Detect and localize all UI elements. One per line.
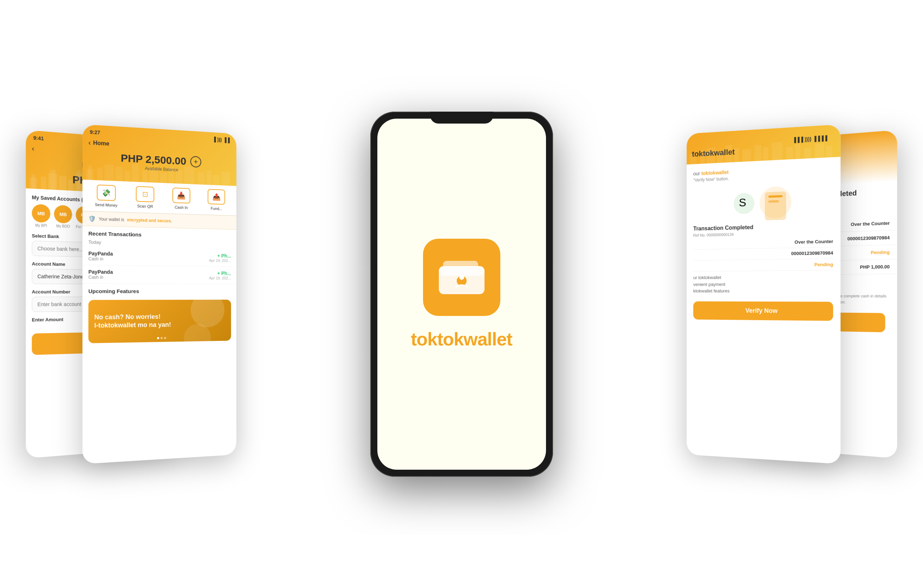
dot-3 [164, 337, 166, 339]
svg-rect-43 [690, 153, 697, 164]
promo-circle1 [191, 300, 225, 327]
svg-rect-4 [50, 170, 56, 190]
svg-rect-54 [795, 144, 800, 159]
splash-logo-box [423, 239, 500, 316]
svg-rect-6 [68, 180, 74, 191]
action-scan-qr[interactable]: ⊡ Scan QR [136, 186, 154, 208]
svg-rect-37 [221, 171, 230, 185]
security-text: Your wallet is [99, 216, 124, 222]
svg-rect-34 [198, 172, 204, 184]
account-avatar-mb1: MB [32, 204, 51, 223]
account-1[interactable]: MB My BPI [32, 204, 51, 228]
txn-date-1: Apr 19, 202... [209, 258, 231, 262]
toktokwallet-orange-label: toktokwallet [701, 169, 729, 176]
txn-name-2: PayPanda [89, 269, 113, 275]
action-fund[interactable]: 📤 Fund... [208, 189, 225, 211]
app-name: toktokwallet [411, 329, 512, 350]
svg-rect-1 [31, 174, 35, 188]
svg-rect-56 [815, 143, 824, 158]
upcoming-features-title: Upcoming Features [82, 283, 236, 296]
svg-rect-22 [88, 165, 92, 180]
fund-icon-box: 📤 [208, 189, 225, 205]
scan-qr-icon-box: ⊡ [136, 186, 154, 202]
status-time: 9:41 [33, 135, 44, 141]
svg-rect-36 [213, 174, 220, 185]
cash-in-label: Cash In [175, 205, 187, 210]
svg-rect-45 [706, 147, 715, 163]
svg-rect-51 [763, 147, 769, 161]
account-avatar-mb2: MB [54, 205, 72, 223]
right-pending-row: Pending [693, 259, 833, 271]
txn-item-1[interactable]: PayPanda Cash in + Ph... Apr 19, 202... [82, 247, 236, 267]
svg-rect-48 [734, 148, 739, 162]
fund-label: Fund... [211, 206, 222, 211]
svg-rect-8 [77, 170, 81, 191]
svg-rect-52 [772, 142, 782, 160]
right-account-no: 0000012309870984 [791, 250, 833, 256]
svg-rect-28 [142, 170, 148, 182]
home-back-arrow[interactable]: ‹ [89, 138, 91, 147]
scene: 9:41 ●● ‹ Fund Transfer PHP 2,500.00 Tra… [0, 0, 923, 588]
svg-point-42 [459, 275, 464, 280]
right-account-row: 0000012309870984 [693, 247, 833, 260]
svg-rect-25 [115, 166, 123, 181]
txn-date-2: Apr 19, 202... [209, 275, 231, 280]
action-send-money[interactable]: 💸 Send Money [95, 184, 117, 208]
txn-counter-value: Over the Counter [851, 220, 890, 227]
promo-dots [157, 337, 166, 339]
action-cash-in[interactable]: 📥 Cash In [172, 187, 190, 210]
svg-rect-30 [160, 172, 167, 183]
cash-in-icon-box: 📥 [172, 187, 190, 204]
send-money-icon-box: 💸 [97, 184, 116, 201]
svg-rect-44 [700, 149, 705, 164]
home-status-time: 9:27 [90, 129, 100, 135]
svg-rect-50 [754, 145, 761, 161]
svg-rect-5 [59, 175, 66, 190]
svg-rect-47 [725, 145, 732, 162]
txn-amount-value: PHP 1,000.00 [860, 264, 890, 270]
txn-amount-1: + Ph... [209, 253, 231, 259]
back-arrow[interactable]: ‹ [32, 144, 34, 152]
home-status-icons: ▐ ))) ▐▐ [213, 136, 230, 143]
ttw-illustration: S [693, 182, 833, 222]
svg-rect-53 [786, 147, 793, 159]
txn-right-1: + Ph... Apr 19, 202... [209, 253, 231, 262]
svg-rect-26 [124, 170, 130, 182]
svg-rect-35 [206, 170, 211, 185]
center-phone: toktokwallet [370, 111, 553, 477]
txn-left-2: PayPanda Cash in [89, 269, 113, 280]
svg-rect-32 [176, 170, 183, 183]
wallet-icon [435, 256, 488, 299]
txn-type-1: Cash in [89, 256, 113, 262]
promo-banner: No cash? No worries!l-toktokwallet mo na… [89, 300, 231, 343]
svg-rect-2 [41, 176, 46, 189]
ttw-body: our toktokwallet "Verify Now" button. S … [687, 157, 841, 328]
svg-rect-29 [149, 168, 158, 183]
scan-qr-label: Scan QR [137, 204, 153, 208]
svg-text:S: S [739, 196, 746, 209]
promo-text: No cash? No worries!l-toktokwallet mo na… [94, 313, 171, 330]
txn-status-value: Pending [870, 249, 890, 255]
txn-left-1: PayPanda Cash in [89, 250, 113, 262]
right-payment-label: ur toktokwallet venient payment ktokwall… [693, 273, 833, 294]
svg-rect-27 [132, 164, 139, 182]
home-label: Home [93, 139, 109, 147]
home-screen: 9:27 ▐ ))) ▐▐ ‹ Home PHP 2,500.00 + Avai… [82, 124, 236, 464]
verify-now-button[interactable]: Verify Now [693, 301, 833, 320]
svg-rect-24 [104, 164, 113, 181]
txn-type-2: Cash in [89, 275, 113, 280]
right-pending-value: Pending [815, 262, 833, 267]
svg-rect-40 [443, 261, 478, 275]
splash-screen: toktokwallet [377, 119, 546, 470]
txn-account-value: 0000012309870984 [847, 235, 890, 241]
txn-right-2: + Ph... Apr 19, 202... [209, 270, 231, 280]
svg-rect-49 [742, 149, 751, 162]
send-money-label: Send Money [95, 202, 117, 207]
phone-shell: toktokwallet [370, 111, 553, 477]
verify-screen: ▐▐▐ )))) ▐▐▐▐ toktokwallet our toktokwal… [687, 124, 841, 464]
encrypted-link: encrypted and secure. [127, 217, 172, 223]
account-2[interactable]: MB My BDO [54, 205, 72, 228]
txn-item-2[interactable]: PayPanda Cash in + Ph... Apr 19, 202... [82, 265, 236, 284]
svg-rect-31 [169, 167, 174, 183]
right-counter-value: Over the Counter [795, 238, 833, 244]
